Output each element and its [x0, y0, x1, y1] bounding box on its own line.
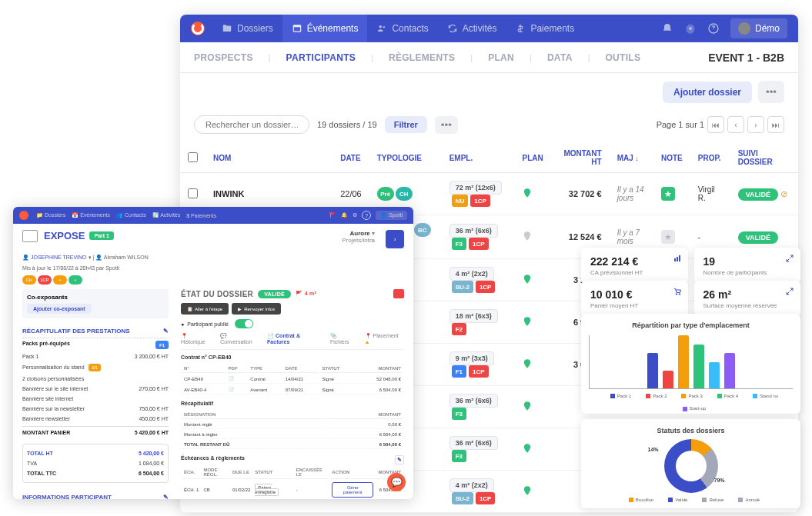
app-logo[interactable] [191, 22, 205, 35]
detail-contacts: 👤 JOSEPHINE TREVINO ▾ | 👤 Abraham WILSON [13, 255, 413, 265]
legend-item: Refusé [695, 498, 723, 502]
bell-icon[interactable] [661, 22, 673, 35]
tab-outils[interactable]: OUTILS [605, 52, 640, 63]
detail-right-column: ÉTAT DU DOSSIER VALIDÉ 🚩 4 m² 📋 Aller à … [181, 289, 404, 499]
edit-echeances-button[interactable]: ✎ [395, 455, 404, 464]
recap-prestations-title: RÉCAPITULATIF DES PRESTATIONS✎ [22, 323, 169, 338]
svg-rect-6 [679, 255, 680, 261]
detail-nav-contacts[interactable]: 👥 Contacts [116, 212, 146, 218]
row-checkbox[interactable] [188, 188, 198, 198]
col-empl[interactable]: EMPL. [442, 143, 515, 173]
avatar-icon [738, 22, 750, 35]
expand-icon[interactable] [785, 254, 794, 263]
nav-evenements[interactable]: Événements [282, 15, 368, 42]
stat-panier: 10 010 € Panier moyen HT [581, 281, 688, 317]
nav-contacts[interactable]: Contacts [367, 15, 437, 42]
page-last-button[interactable]: ⏭ [767, 116, 784, 133]
stat-surface: 26 m² Surface moyenne réservée [694, 281, 801, 317]
detail-chips: CH 1CP • • [13, 275, 413, 289]
help-icon-small[interactable]: ? [362, 211, 371, 220]
goto-step-button[interactable]: 📋 Aller à l'étape [181, 303, 229, 315]
add-dossier-button[interactable]: Ajouter dossier [663, 82, 752, 103]
location-pin-icon [522, 358, 533, 369]
help-icon[interactable] [707, 22, 720, 35]
tab-historique[interactable]: 📍 Historique [181, 333, 212, 345]
detail-tabs: 📍 Historique 💬 Conversation 📄 Contrat & … [181, 328, 404, 350]
add-coexposant-button[interactable]: Ajouter co-exposant [27, 304, 92, 314]
table-row[interactable]: CP-EB40📄Contrat14/04/21Signé52 048,00 € [182, 375, 403, 384]
svg-rect-5 [677, 257, 678, 261]
chip-3: • [53, 275, 67, 285]
page-prev-button[interactable]: ‹ [727, 116, 744, 133]
edit-icon[interactable]: ✎ [163, 328, 169, 335]
contacts-icon [376, 23, 387, 34]
manage-payment-button[interactable]: Gérer paiement [332, 482, 373, 498]
location-pin-icon [522, 401, 533, 411]
detail-nav-dossiers[interactable]: 📁 Dossiers [36, 212, 65, 218]
tab-reglements[interactable]: RÈGLEMENTS [389, 52, 455, 63]
tab-plan[interactable]: PLAN [488, 52, 514, 63]
filter-more-button[interactable]: ••• [435, 116, 458, 134]
col-nom[interactable]: NOM [206, 143, 332, 173]
chat-fab-button[interactable]: 💬 [387, 473, 406, 491]
select-all-checkbox[interactable] [188, 152, 198, 162]
gear-icon[interactable] [684, 22, 697, 35]
col-maj[interactable]: MAJ [610, 143, 653, 173]
bell-icon-small[interactable]: 🔔 [341, 212, 348, 218]
app-logo-small[interactable] [19, 211, 28, 220]
flag-icon[interactable]: 🚩 [329, 212, 336, 218]
col-montant[interactable]: MONTANT HT [551, 143, 610, 173]
detail-nav-paiements[interactable]: $ Paiements [186, 213, 216, 218]
donut-legend: BrouillonValidéRefuséAnnulé [589, 498, 793, 502]
filter-bar: 19 dossiers / 19 Filtrer ••• Page 1 sur … [180, 111, 798, 143]
resend-button[interactable]: ▶ Renvoyer infos [232, 303, 281, 315]
dossier-count: 19 dossiers / 19 [317, 120, 377, 129]
col-typologie[interactable]: TYPOLOGIE [369, 143, 442, 173]
table-row[interactable]: ÉCH. 1CB01/02/22 Paiem. enregistré - Gér… [182, 481, 403, 499]
search-input[interactable] [194, 115, 309, 134]
col-suivi[interactable]: SUIVI DOSSIER [730, 143, 798, 173]
nav-dossiers[interactable]: Dossiers [212, 15, 282, 42]
detail-nav-evenements[interactable]: 📅 Événements [72, 212, 110, 218]
location-pin-icon [522, 316, 533, 327]
more-button[interactable]: ••• [758, 81, 784, 103]
tab-conversation[interactable]: 💬 Conversation [220, 333, 259, 345]
location-pin-icon [522, 485, 533, 496]
expand-icon[interactable] [785, 287, 794, 296]
publish-toggle[interactable]: ● Participant publié [181, 319, 404, 328]
svg-point-8 [679, 294, 680, 295]
nav-activites[interactable]: Activités [438, 15, 506, 42]
contrat-table: N°PDFTYPEDATESTATUTMONTANT CP-EB40📄Contr… [181, 363, 404, 396]
filter-button[interactable]: Filtrer [385, 116, 427, 133]
star-icon: ★ [661, 187, 675, 201]
col-date[interactable]: DATE [332, 143, 369, 173]
col-prop[interactable]: PROP. [690, 143, 730, 173]
toolbar: Ajouter dossier ••• [180, 73, 798, 111]
chart-bar [693, 345, 704, 389]
nav-paiements[interactable]: Paiements [506, 15, 583, 42]
tab-contrat[interactable]: 📄 Contrat & Factures [267, 333, 322, 345]
svg-rect-4 [674, 258, 676, 261]
detail-next-button[interactable]: › [386, 230, 404, 248]
tab-fichiers[interactable]: 📎 Fichiers [330, 333, 357, 345]
col-note[interactable]: NOTE [653, 143, 690, 173]
tab-data[interactable]: DATA [547, 52, 573, 63]
tab-placement[interactable]: 📍 Placement ▲ [365, 333, 404, 345]
gear-icon-small[interactable]: ⚙ [353, 212, 357, 218]
contact-link-1[interactable]: JOSEPHINE TREVINO [31, 255, 87, 260]
detail-user[interactable]: 👤 Spotti [376, 211, 407, 220]
col-plan[interactable]: PLAN [514, 143, 550, 173]
svg-point-1 [383, 26, 386, 28]
page-first-button[interactable]: ⏮ [707, 116, 724, 133]
tab-prospects[interactable]: PROSPECTS [194, 52, 253, 63]
edit-icon[interactable]: ✎ [163, 494, 169, 499]
chip-1: CH [22, 275, 36, 285]
table-row[interactable]: AV-EB40-4📄Avenant07/09/21Signé6 504,00 € [182, 385, 403, 394]
alert-icon[interactable] [393, 289, 404, 298]
tab-participants[interactable]: PARTICIPANTS [286, 52, 356, 63]
detail-nav-activites[interactable]: 🔄 Activités [152, 212, 181, 218]
page-next-button[interactable]: › [747, 116, 764, 133]
bar-chart [589, 335, 793, 389]
user-menu[interactable]: Démo [730, 18, 787, 38]
contrat-title: Contrat n° CP-EB40 [181, 355, 404, 360]
